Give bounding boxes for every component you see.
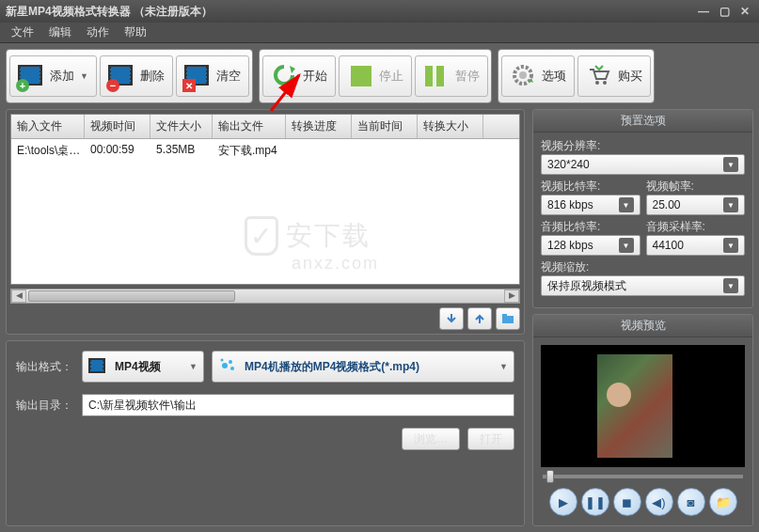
move-down-button[interactable] [439, 307, 464, 330]
svg-rect-5 [502, 314, 507, 317]
stop-icon [347, 62, 375, 90]
resolution-label: 视频分辨率: [541, 138, 745, 154]
chevron-down-icon: ▼ [499, 362, 508, 371]
pause-playback-button[interactable]: ❚❚ [581, 488, 609, 516]
play-button[interactable]: ▶ [549, 488, 577, 516]
move-up-button[interactable] [467, 307, 492, 330]
cart-icon [586, 62, 614, 90]
add-button[interactable]: + 添加 ▼ [9, 55, 97, 97]
menubar: 文件 编辑 动作 帮助 [0, 23, 759, 43]
svg-point-1 [519, 71, 527, 79]
titlebar: 新星MP4视频格式转换器 （未注册版本） — ▢ ✕ [0, 0, 759, 23]
film-delete-icon: − [108, 62, 136, 90]
scale-label: 视频缩放: [541, 259, 745, 275]
svg-rect-4 [502, 316, 514, 323]
video-bitrate-select[interactable]: 816 kbps▼ [541, 195, 640, 215]
delete-button[interactable]: − 删除 [100, 55, 173, 97]
sample-rate-select[interactable]: 44100▼ [646, 235, 746, 256]
chevron-down-icon: ▼ [619, 197, 634, 212]
table-row[interactable]: E:\tools\桌… 00:00:59 5.35MB 安下载.mp4 [11, 139, 519, 163]
horizontal-scrollbar[interactable]: ◀ ▶ [10, 289, 520, 304]
framerate-label: 视频帧率: [646, 179, 746, 195]
preview-title: 视频预览 [533, 315, 752, 337]
sample-rate-label: 音频采样率: [646, 219, 746, 235]
minimize-button[interactable]: — [695, 5, 712, 18]
menu-help[interactable]: 帮助 [117, 23, 154, 42]
output-dir-label: 输出目录： [16, 398, 74, 414]
menu-action[interactable]: 动作 [79, 23, 117, 42]
profile-icon [218, 355, 239, 379]
preview-thumbnail [597, 354, 672, 458]
film-clear-icon: ✕ [184, 62, 213, 90]
col-progress[interactable]: 转换进度 [286, 115, 352, 138]
resolution-select[interactable]: 320*240▼ [541, 154, 745, 175]
volume-button[interactable]: ◀) [645, 488, 673, 516]
col-size[interactable]: 文件大小 [150, 115, 213, 138]
file-table-panel: 输入文件 视频时间 文件大小 输出文件 转换进度 当前时间 转换大小 E:\to… [6, 109, 525, 335]
output-format-select[interactable]: MP4视频 ▼ [82, 351, 204, 383]
col-output[interactable]: 输出文件 [213, 115, 286, 138]
output-format-label: 输出格式： [16, 359, 74, 375]
col-convsize[interactable]: 转换大小 [418, 115, 483, 138]
framerate-select[interactable]: 25.00▼ [646, 195, 746, 215]
svg-point-2 [595, 81, 599, 85]
toolbar: + 添加 ▼ − 删除 ✕ 清空 开始 [6, 49, 753, 103]
preview-panel: 视频预览 ▶ ❚❚ ◼ ◀) ◙ 📁 [532, 314, 753, 526]
maximize-button[interactable]: ▢ [716, 5, 733, 18]
scale-select[interactable]: 保持原视频模式▼ [541, 275, 745, 296]
output-dir-input[interactable]: C:\新星视频软件\输出 [82, 394, 514, 416]
scroll-right-button[interactable]: ▶ [504, 289, 519, 303]
chevron-down-icon: ▼ [189, 362, 198, 371]
snapshot-button[interactable]: ◙ [677, 488, 705, 516]
stop-playback-button[interactable]: ◼ [613, 488, 641, 516]
output-panel: 输出格式： MP4视频 ▼ MP4机播放的MP4视频格式(*.mp4) ▼ [6, 340, 525, 526]
svg-point-8 [230, 367, 234, 370]
col-duration[interactable]: 视频时间 [85, 115, 150, 138]
buy-button[interactable]: 购买 [577, 55, 651, 97]
preset-panel: 预置选项 视频分辨率: 320*240▼ 视频比特率: 816 kbps▼ 视频… [532, 109, 753, 308]
svg-point-7 [229, 360, 232, 364]
menu-file[interactable]: 文件 [4, 23, 41, 42]
chevron-down-icon: ▼ [723, 197, 738, 212]
svg-point-6 [222, 363, 228, 368]
gear-icon [510, 62, 538, 90]
chevron-down-icon: ▼ [80, 71, 88, 81]
refresh-icon [271, 62, 299, 90]
chevron-down-icon: ▼ [723, 238, 738, 253]
chevron-down-icon: ▼ [723, 157, 738, 172]
folder-button[interactable] [496, 307, 520, 330]
browse-button[interactable]: 浏览… [402, 428, 460, 450]
col-curtime[interactable]: 当前时间 [352, 115, 418, 138]
window-title: 新星MP4视频格式转换器 （未注册版本） [6, 4, 213, 20]
output-profile-select[interactable]: MP4机播放的MP4视频格式(*.mp4) ▼ [212, 351, 514, 383]
menu-edit[interactable]: 编辑 [41, 23, 79, 42]
seek-slider[interactable] [543, 475, 743, 478]
audio-bitrate-select[interactable]: 128 kbps▼ [541, 235, 640, 256]
svg-point-3 [603, 81, 607, 85]
open-button[interactable]: 打开 [467, 428, 514, 450]
file-table[interactable]: 输入文件 视频时间 文件大小 输出文件 转换进度 当前时间 转换大小 E:\to… [10, 114, 520, 285]
stop-button[interactable]: 停止 [339, 55, 412, 97]
start-button[interactable]: 开始 [262, 55, 336, 97]
preview-display [541, 345, 745, 467]
options-button[interactable]: 选项 [501, 55, 575, 97]
chevron-down-icon: ▼ [619, 238, 634, 253]
chevron-down-icon: ▼ [723, 278, 738, 293]
preset-title: 预置选项 [533, 110, 752, 133]
close-button[interactable]: ✕ [736, 5, 753, 18]
video-bitrate-label: 视频比特率: [541, 179, 640, 195]
clear-button[interactable]: ✕ 清空 [176, 55, 249, 97]
pause-button[interactable]: 暂停 [415, 55, 488, 97]
film-icon [88, 356, 109, 377]
scroll-left-button[interactable]: ◀ [11, 289, 26, 303]
pause-icon [423, 62, 451, 90]
audio-bitrate-label: 音频比特率: [541, 219, 640, 235]
scroll-thumb[interactable] [28, 290, 235, 302]
film-add-icon: + [18, 62, 46, 90]
col-input[interactable]: 输入文件 [11, 115, 85, 138]
open-folder-button[interactable]: 📁 [709, 488, 737, 516]
svg-point-9 [221, 358, 224, 361]
